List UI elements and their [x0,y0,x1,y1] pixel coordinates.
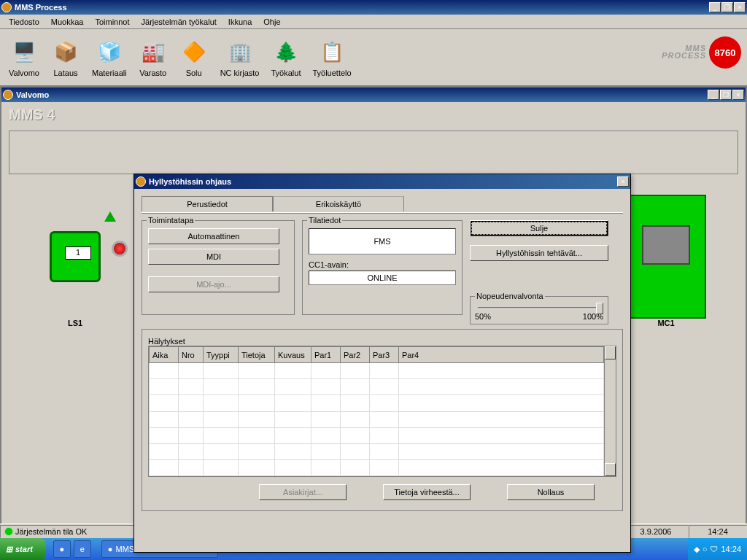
col-tyyppi[interactable]: Tyyppi [204,347,239,363]
dialog-icon [136,176,146,187]
overview-box [9,131,738,174]
alarm-grid[interactable]: Aika Nro Tyyppi Tietoja Kuvaus Par1 Par2… [148,346,616,477]
menu-jarjestelman[interactable]: Järjestelmän työkalut [136,16,222,28]
table-row[interactable] [150,363,604,379]
col-kuvaus[interactable]: Kuvaus [275,347,311,363]
tilatiedot-group: Tilatiedot FMS CC1-avain: ONLINE [302,220,462,315]
toolbar-materiaali-label: Materiaali [92,69,127,77]
col-par2[interactable]: Par2 [341,347,370,363]
fms-display: FMS [309,228,456,254]
ls1-icon [50,231,101,282]
child-minimize-button[interactable]: _ [708,90,719,100]
start-button[interactable]: ⊞ start [0,538,46,560]
emergency-stop-icon [112,241,128,257]
menu-toiminnot[interactable]: Toiminnot [89,16,135,28]
menu-muokkaa[interactable]: Muokkaa [45,16,90,28]
nopeus-legend: Nopeudenvalvonta [475,292,545,300]
station-mc1[interactable]: MC1 [626,195,706,327]
restore-button[interactable]: ❐ [721,2,733,12]
brand-badge: 8760 [709,36,741,69]
col-aika[interactable]: Aika [150,347,179,363]
menu-ohje[interactable]: Ohje [258,16,286,28]
col-nro[interactable]: Nro [179,347,204,363]
slider-min-label: 50% [475,312,491,321]
toolbar-lataus-label: Lataus [53,69,77,77]
app-icon [1,2,12,12]
hyllystohissin-tehtavat-button[interactable]: Hyllystöhissin tehtävät... [470,245,608,261]
col-par3[interactable]: Par3 [370,347,399,363]
toolbar-varasto[interactable]: 🏭Varasto [137,36,169,79]
station-ls1[interactable]: LS1 [35,195,115,327]
table-row[interactable] [150,443,604,459]
start-label: start [15,545,33,553]
window-title: Valvomo [16,90,708,99]
menu-tiedosto[interactable]: Tiedosto [3,16,45,28]
arrow-up-icon [104,211,116,222]
tab-perustiedot[interactable]: Perustiedot [142,196,273,211]
tray-shield-icon[interactable]: 🛡 [710,545,718,553]
close-button[interactable]: × [734,2,746,12]
table-row[interactable] [150,459,604,475]
grid-scrollbar[interactable] [604,346,616,476]
toolbar-solu[interactable]: 🔶Solu [178,36,210,79]
toolbar-tyoluettelo-label: Työluettelo [312,69,351,77]
table-row[interactable] [150,395,604,411]
nopeudenvalvonta-group: Nopeudenvalvonta 50%100% [470,296,608,324]
nollaus-button[interactable]: Nollaus [507,484,595,500]
child-close-button[interactable]: × [732,90,744,100]
toolbar-tyoluettelo[interactable]: 📋Työluettelo [311,36,352,79]
speed-slider[interactable] [478,307,600,309]
col-par1[interactable]: Par1 [311,347,341,363]
window-icon [3,90,13,100]
cc1-display: ONLINE [309,271,456,285]
page-heading: MMS 4 [9,106,738,123]
toolbar-nckirjasto-label: NC kirjasto [220,69,260,77]
status-led-icon [5,528,12,535]
col-tietoja[interactable]: Tietoja [239,347,275,363]
toolbar-solu-label: Solu [186,69,202,77]
toolbar-tyokalut[interactable]: 🌲Työkalut [269,36,302,79]
windows-logo-icon: ⊞ [6,545,12,554]
tab-erikoiskaytto[interactable]: Erikoiskäyttö [273,196,404,211]
tray-icon-2[interactable]: ○ [703,545,708,553]
menubar: Tiedosto Muokkaa Toiminnot Järjestelmän … [0,15,747,29]
crane-control-dialog: Hyllystöhissin ohjaus × Perustiedot Erik… [133,174,631,553]
tilatiedot-legend: Tilatiedot [307,216,342,225]
table-row[interactable] [150,379,604,395]
app-titlebar: MMS Process _ ❐ × [0,0,747,15]
sulje-button[interactable]: Sulje [470,220,608,236]
tietoja-virheesta-button[interactable]: Tietoja virheestä... [383,484,471,500]
child-restore-button[interactable]: ❐ [720,90,732,100]
dialog-close-button[interactable]: × [617,176,629,187]
cc1-label: CC1-avain: [309,260,456,269]
toolbar-valvomo-label: Valvomo [9,69,39,77]
asiakirjat-button: Asiakirjat... [259,484,347,500]
tray-clock: 14:24 [721,545,741,553]
station-mc1-label: MC1 [657,319,674,327]
minimize-button[interactable]: _ [709,2,721,12]
toolbar-materiaali[interactable]: 🧊Materiaali [90,36,128,79]
halytykset-legend: Hälytykset [148,337,616,346]
app-title: MMS Process [15,3,709,12]
mdi-button[interactable]: MDI [148,249,279,265]
toolbar-nckirjasto[interactable]: 🏢NC kirjasto [219,36,261,79]
quicklaunch-ie-icon[interactable]: e [74,540,91,558]
slider-thumb[interactable] [596,303,603,314]
table-row[interactable] [150,427,604,443]
automaattinen-button[interactable]: Automaattinen [148,228,279,244]
status-text: Järjestelmän tila OK [15,527,87,536]
toimintatapa-group: Toimintatapa Automaattinen MDI MDI-ajo..… [142,220,295,315]
toolbar-lataus[interactable]: 📦Lataus [50,36,82,79]
toolbar-tyokalut-label: Työkalut [271,69,301,77]
col-par4[interactable]: Par4 [399,347,604,363]
toimintatapa-legend: Toimintatapa [147,216,195,225]
status-date: 3.9.2006 [623,525,689,538]
brand-line2: PROCESS [662,52,706,60]
menu-ikkuna[interactable]: Ikkuna [222,16,258,28]
quicklaunch-mms-icon[interactable]: ● [53,540,71,558]
mdi-workspace: Valvomo _ ❐ × MMS 4 LS1 MC1 [0,86,747,529]
tray-icon-1[interactable]: ◆ [694,545,700,554]
toolbar-valvomo[interactable]: 🖥️Valvomo [7,36,41,79]
system-tray[interactable]: ◆ ○ 🛡 14:24 [688,538,747,560]
table-row[interactable] [150,411,604,427]
